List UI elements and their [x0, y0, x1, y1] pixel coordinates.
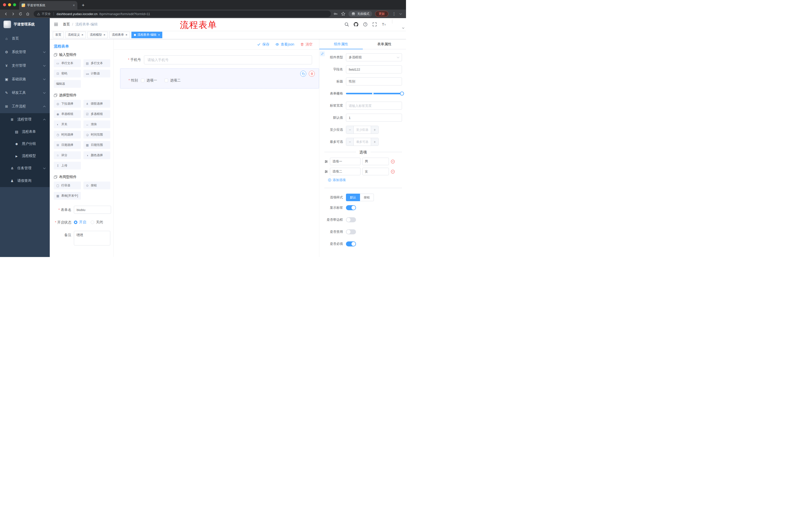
password-key-button[interactable]: [334, 11, 338, 16]
github-button[interactable]: [354, 22, 358, 27]
sidebar-item-process-model[interactable]: 流程模型: [0, 150, 50, 162]
option-label-input[interactable]: [330, 158, 360, 165]
back-button[interactable]: [2, 10, 9, 17]
checkbox-option-2[interactable]: 选项二: [165, 78, 181, 83]
home-button[interactable]: [24, 10, 31, 17]
tag-process-form-edit[interactable]: 流程表单-编辑: [132, 32, 163, 38]
tag-process-model[interactable]: 流程模型: [87, 32, 108, 38]
field-phone[interactable]: 手机号: [120, 55, 319, 64]
disabled-toggle[interactable]: [346, 229, 356, 234]
show-label-toggle[interactable]: [346, 205, 356, 210]
sidebar-item-system[interactable]: 系统管理: [0, 45, 50, 59]
field-name-input[interactable]: [346, 65, 402, 74]
save-button[interactable]: 保存: [257, 42, 269, 47]
tab-close-icon[interactable]: [73, 3, 75, 7]
radio-closed[interactable]: 关闭: [91, 220, 103, 224]
traffic-light-close[interactable]: [3, 3, 6, 6]
increase-button[interactable]: [371, 126, 378, 134]
phone-input[interactable]: [144, 55, 312, 64]
component-item-table[interactable]: 表格[开发中]: [54, 192, 81, 200]
component-item-password[interactable]: 密码: [54, 70, 81, 77]
component-item-checkbox-group[interactable]: 多选框组: [83, 110, 111, 118]
font-size-button[interactable]: TT: [382, 22, 386, 27]
hamburger-button[interactable]: [54, 22, 58, 27]
title-input[interactable]: [346, 77, 402, 85]
component-item-radio-group[interactable]: 单选框组: [54, 110, 81, 118]
style-default-button[interactable]: 默认: [346, 194, 360, 201]
clear-button[interactable]: 清空: [300, 42, 313, 47]
chevron-down-icon[interactable]: [400, 12, 402, 15]
new-tab-button[interactable]: [80, 2, 86, 8]
component-item-editor[interactable]: 编辑器: [54, 80, 81, 88]
copy-field-button[interactable]: [300, 71, 306, 77]
view-json-button[interactable]: 查看json: [276, 42, 294, 47]
required-toggle[interactable]: [346, 241, 356, 246]
component-item-counter[interactable]: 计数器: [83, 70, 111, 77]
style-button-button[interactable]: 按钮: [360, 194, 374, 201]
bookmark-star-button[interactable]: [341, 11, 345, 16]
default-value-input[interactable]: [346, 114, 402, 122]
sidebar-item-home[interactable]: 首页: [0, 32, 50, 45]
option-value-input[interactable]: [362, 168, 389, 175]
form-remark-textarea[interactable]: 嘿嘿: [74, 231, 110, 245]
tag-process-form[interactable]: 流程表单: [109, 32, 130, 38]
reload-button[interactable]: [17, 10, 24, 17]
sidebar-logo[interactable]: 芋道管理系统: [0, 18, 50, 31]
option-value-input[interactable]: [362, 158, 389, 165]
sidebar-item-payment[interactable]: 支付管理: [0, 59, 50, 73]
form-grid-slider[interactable]: [346, 89, 402, 98]
link-button[interactable]: [320, 51, 325, 56]
field-gender-selected[interactable]: 性别 选项一 选项二: [120, 69, 319, 88]
component-item-slider[interactable]: 滑块: [83, 120, 111, 128]
sidebar-item-infrastructure[interactable]: 基础设施: [0, 73, 50, 86]
decrease-button[interactable]: [346, 138, 354, 145]
tag-home[interactable]: 首页: [53, 32, 64, 38]
tag-process-definition[interactable]: 流程定义: [65, 32, 86, 38]
sidebar-item-task-management[interactable]: 任务管理: [0, 162, 50, 174]
sidebar-item-process-management[interactable]: 流程管理: [0, 113, 50, 126]
component-item-row-container[interactable]: 行容器: [54, 182, 81, 189]
traffic-light-maximize[interactable]: [13, 3, 16, 6]
min-select-placeholder[interactable]: 至少应选: [354, 126, 371, 134]
forward-button[interactable]: [10, 10, 17, 17]
sidebar-item-user-group[interactable]: 用户分组: [0, 138, 50, 150]
sidebar-item-process-form[interactable]: 流程表单: [0, 126, 50, 138]
option-label-input[interactable]: [330, 168, 360, 175]
component-item-date-range[interactable]: 日期范围: [83, 141, 111, 149]
delete-field-button[interactable]: [309, 71, 315, 77]
border-toggle[interactable]: [346, 217, 356, 222]
component-item-single-text[interactable]: 单行文本: [54, 59, 81, 67]
component-item-upload[interactable]: 上传: [54, 162, 81, 169]
slider-handle[interactable]: [400, 91, 404, 96]
component-item-date-picker[interactable]: 日期选择: [54, 141, 81, 149]
form-name-input[interactable]: [74, 206, 111, 214]
component-item-rate[interactable]: 评分: [54, 152, 81, 159]
max-select-placeholder[interactable]: 最多可选: [354, 138, 371, 145]
component-item-select[interactable]: 下拉选择: [54, 100, 81, 108]
component-item-time-range[interactable]: 时间范围: [83, 131, 111, 139]
breadcrumb-home[interactable]: 首页: [63, 22, 70, 27]
drag-handle-icon[interactable]: [324, 170, 328, 173]
component-item-switch[interactable]: 开关: [54, 120, 81, 128]
component-item-button[interactable]: 按钮: [83, 182, 111, 189]
remove-option-button[interactable]: [391, 159, 395, 164]
label-width-input[interactable]: [346, 102, 402, 110]
decrease-button[interactable]: [346, 126, 354, 134]
traffic-light-minimize[interactable]: [8, 3, 11, 6]
search-button[interactable]: [344, 22, 349, 27]
sidebar-item-workflow[interactable]: 工作流程: [0, 100, 50, 113]
sidebar-item-leave-query[interactable]: 请假查询: [0, 174, 50, 187]
close-icon[interactable]: [81, 33, 83, 36]
component-item-color-picker[interactable]: 颜色选择: [83, 152, 111, 159]
component-type-select[interactable]: 多选框组: [346, 53, 402, 61]
help-button[interactable]: ?: [363, 22, 368, 27]
close-icon[interactable]: [104, 33, 106, 36]
tab-component-props[interactable]: 组件属性: [319, 39, 363, 49]
component-item-cascader[interactable]: 级联选择: [83, 100, 111, 108]
component-item-time-picker[interactable]: 时间选择: [54, 131, 81, 139]
close-icon[interactable]: [158, 33, 160, 36]
address-bar[interactable]: 不安全 dashboard.yudao.iocoder.cn /bpm/mana…: [34, 10, 331, 17]
user-avatar[interactable]: [392, 19, 402, 29]
update-button[interactable]: 更新: [375, 11, 388, 17]
close-icon[interactable]: [125, 33, 127, 36]
